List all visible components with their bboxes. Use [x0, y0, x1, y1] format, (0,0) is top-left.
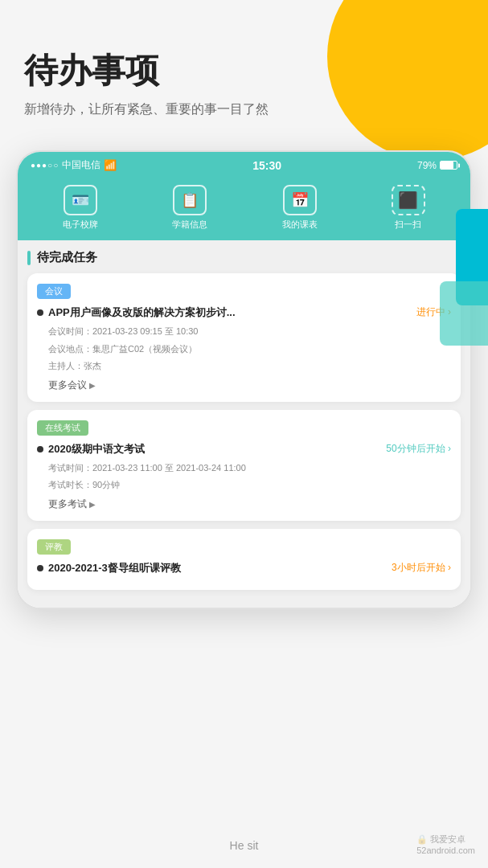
- bottom-label: He sit: [230, 839, 259, 852]
- page-title: 待办事项: [24, 48, 464, 93]
- meeting-task-title: APP用户画像及改版的解决方案初步讨...: [48, 305, 412, 320]
- eval-dot: [37, 565, 43, 571]
- accent-bar: [27, 251, 31, 265]
- status-bar: ●●●○○ 中国电信 📶 15:30 79%: [18, 152, 470, 177]
- nav-label-schedule: 我的课表: [282, 219, 318, 231]
- exam-detail-duration: 考试时长：90分钟: [48, 478, 451, 493]
- exam-dot: [37, 446, 43, 452]
- more-meetings-arrow: ▶: [89, 381, 96, 390]
- page-subtitle: 新增待办，让所有紧急、重要的事一目了然: [24, 101, 464, 118]
- carrier-label: 中国电信: [62, 158, 100, 172]
- battery-percent: 79%: [417, 160, 437, 171]
- exam-task-item[interactable]: 2020级期中语文考试 50分钟后开始 ›: [37, 442, 451, 457]
- nav-icons: 🪪 电子校牌 📋 学籍信息 📅 我的课表 ⬛ 扫一扫: [18, 185, 470, 231]
- status-left: ●●●○○ 中国电信 📶: [31, 158, 117, 172]
- watermark: 🔒 我爱安卓52android.com: [416, 833, 475, 855]
- nav-label-register: 学籍信息: [172, 219, 207, 231]
- wifi-icon: 📶: [104, 159, 117, 171]
- scan-icon: ⬛: [392, 185, 425, 215]
- meeting-task-left: APP用户画像及改版的解决方案初步讨...: [37, 305, 412, 320]
- nav-label-id-card: 电子校牌: [63, 219, 98, 231]
- eval-task-left: 2020-2021-3督导组听课评教: [37, 561, 387, 575]
- section-title: 待完成任务: [37, 250, 97, 265]
- battery-fill: [441, 162, 453, 169]
- nav-label-scan: 扫一扫: [395, 219, 421, 231]
- more-exams-arrow: ▶: [89, 500, 96, 509]
- nav-item-scan[interactable]: ⬛ 扫一扫: [392, 185, 425, 231]
- eval-task-title: 2020-2021-3督导组听课评教: [48, 561, 387, 575]
- meeting-card: 会议 APP用户画像及改版的解决方案初步讨... 进行中 › 会议时间：2021…: [27, 273, 461, 402]
- status-right: 79%: [417, 160, 457, 171]
- signal-dots: ●●●○○: [31, 161, 59, 170]
- header-section: 待办事项 新增待办，让所有紧急、重要的事一目了然: [0, 0, 488, 150]
- meeting-dot: [37, 309, 43, 316]
- id-card-icon: 🪪: [64, 185, 97, 215]
- meeting-task-item[interactable]: APP用户画像及改版的解决方案初步讨... 进行中 ›: [37, 305, 451, 320]
- meeting-tag: 会议: [37, 284, 71, 299]
- nav-item-register[interactable]: 📋 学籍信息: [172, 185, 207, 231]
- register-icon: 📋: [173, 185, 207, 215]
- more-exams-link[interactable]: 更多考试 ▶: [48, 497, 451, 511]
- meeting-detail-time: 会议时间：2021-03-23 09:15 至 10:30: [48, 325, 451, 339]
- exam-task-left: 2020级期中语文考试: [37, 442, 381, 457]
- meeting-detail-location: 会议地点：集思广益C02（视频会议）: [48, 342, 451, 357]
- eval-task-item[interactable]: 2020-2021-3督导组听课评教 3小时后开始 ›: [37, 561, 451, 575]
- exam-card: 在线考试 2020级期中语文考试 50分钟后开始 › 考试时间：2021-03-…: [27, 410, 461, 521]
- meeting-detail-host: 主持人：张杰: [48, 359, 451, 374]
- watermark-text: 🔒 我爱安卓52android.com: [416, 833, 475, 855]
- time-display: 15:30: [252, 159, 281, 172]
- teal-decor-2: [440, 281, 488, 346]
- exam-tag: 在线考试: [37, 420, 88, 436]
- more-meetings-link[interactable]: 更多会议 ▶: [48, 379, 451, 392]
- nav-item-id-card[interactable]: 🪪 电子校牌: [63, 185, 98, 231]
- schedule-icon: 📅: [283, 185, 317, 215]
- phone-mockup: ●●●○○ 中国电信 📶 15:30 79% 🪪 电子校牌 📋 学籍信息 📅: [16, 150, 472, 609]
- nav-item-schedule[interactable]: 📅 我的课表: [282, 185, 318, 231]
- exam-status: 50分钟后开始 ›: [386, 442, 451, 456]
- app-header: 🪪 电子校牌 📋 学籍信息 📅 我的课表 ⬛ 扫一扫: [18, 177, 470, 240]
- exam-task-title: 2020级期中语文考试: [48, 442, 381, 457]
- battery-icon: [440, 161, 457, 170]
- exam-detail-time: 考试时间：2021-03-23 11:00 至 2021-03-24 11:00: [48, 461, 451, 476]
- eval-card: 评教 2020-2021-3督导组听课评教 3小时后开始 ›: [27, 529, 461, 590]
- content-area: 待完成任务 会议 APP用户画像及改版的解决方案初步讨... 进行中 › 会议时…: [18, 240, 470, 608]
- eval-tag: 评教: [37, 539, 71, 555]
- section-title-bar: 待完成任务: [27, 250, 461, 265]
- eval-status: 3小时后开始 ›: [392, 561, 451, 575]
